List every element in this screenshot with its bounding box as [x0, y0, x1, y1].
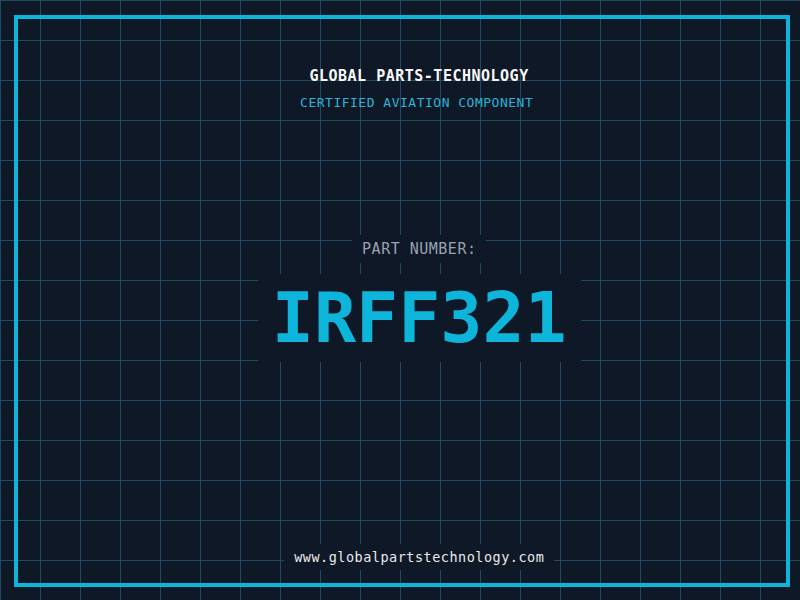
certification-tagline: CERTIFIED AVIATION COMPONENT: [300, 95, 533, 110]
part-number-value: IRFF321: [258, 274, 581, 362]
part-number-line: IRFF321: [0, 255, 800, 381]
footer: www.globalpartstechnology.com: [0, 525, 800, 589]
website-url: www.globalpartstechnology.com: [284, 544, 554, 570]
certification-line: CERTIFIED AVIATION COMPONENT: [0, 80, 800, 125]
part-certificate-card: GLOBAL PARTS-TECHNOLOGY CERTIFIED AVIATI…: [0, 0, 800, 600]
